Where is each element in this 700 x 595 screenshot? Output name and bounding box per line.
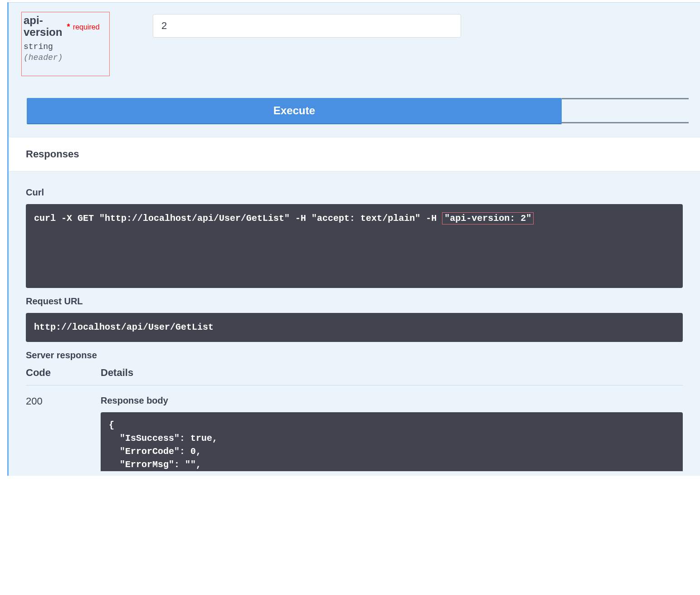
response-table: Code Details 200 Response body { "IsSucc… (26, 367, 683, 471)
param-name: api-version (24, 15, 62, 39)
parameter-info: api-version * required string (header) (26, 14, 107, 76)
curl-highlight: "api-version: 2" (442, 212, 534, 224)
response-body-code[interactable]: { "IsSuccess": true, "ErrorCode": 0, "Er… (101, 412, 683, 471)
response-body-label: Response body (101, 395, 683, 406)
action-buttons: Execute (9, 84, 700, 137)
response-details: Response body { "IsSuccess": true, "Erro… (101, 395, 683, 471)
status-code: 200 (26, 395, 101, 471)
responses-header: Responses (9, 137, 700, 171)
swagger-operation-panel: api-version * required string (header) E… (7, 2, 700, 476)
curl-label: Curl (26, 187, 683, 198)
clear-button[interactable] (562, 98, 689, 123)
request-url-code[interactable]: http://localhost/api/User/GetList (26, 313, 683, 342)
curl-code[interactable]: curl -X GET "http://localhost/api/User/G… (26, 204, 683, 288)
col-details-header: Details (101, 367, 683, 379)
col-code-header: Code (26, 367, 101, 379)
request-url-label: Request URL (26, 296, 683, 307)
param-highlight-box: api-version * required string (header) (21, 12, 110, 76)
parameters-section: api-version * required string (header) (9, 2, 700, 84)
response-row: 200 Response body { "IsSuccess": true, "… (26, 395, 683, 471)
server-response-label: Server response (26, 350, 683, 361)
response-table-header: Code Details (26, 367, 683, 385)
api-version-input[interactable] (153, 14, 461, 38)
parameter-row: api-version * required string (header) (26, 5, 683, 76)
execute-button[interactable]: Execute (27, 98, 562, 123)
responses-title: Responses (26, 148, 683, 160)
param-type: string (24, 42, 107, 51)
param-location: (header) (24, 53, 107, 62)
responses-body: Curl curl -X GET "http://localhost/api/U… (9, 171, 700, 476)
required-label: required (73, 23, 100, 31)
required-star: * (67, 22, 70, 31)
param-input-wrap (153, 14, 461, 38)
